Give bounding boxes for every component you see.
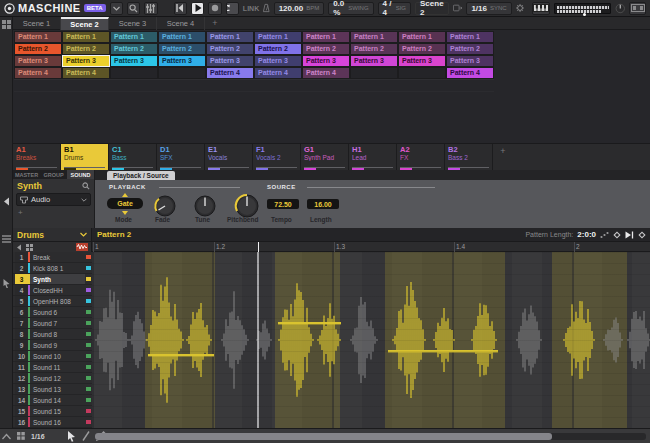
editor-group-selector[interactable]: Drums (13, 228, 92, 241)
signature-value[interactable]: 4 / 4 (383, 0, 393, 17)
sound-name[interactable]: OpenHH 808 (30, 296, 85, 306)
pattern-cell[interactable]: Pattern 3 (254, 55, 302, 67)
step-dots-icon[interactable] (600, 231, 609, 239)
sound-name[interactable]: Sound 7 (30, 318, 85, 328)
pattern-cell[interactable]: Pattern 2 (206, 43, 254, 55)
sound-name[interactable]: Sound 15 (30, 406, 85, 416)
pattern-cell[interactable]: Pattern 1 (350, 31, 398, 43)
pattern-cell[interactable]: Pattern 1 (398, 31, 446, 43)
group-cell[interactable]: F1Vocals 2 (253, 144, 301, 171)
sound-number[interactable]: 8 (15, 329, 28, 339)
pattern-cell[interactable] (398, 67, 446, 79)
group-cell[interactable]: C1Bass (109, 144, 157, 171)
scene-tab[interactable]: Scene 3 (109, 17, 157, 30)
pattern-cell[interactable]: Pattern 2 (398, 43, 446, 55)
sound-row[interactable]: 7Sound 7 (13, 318, 92, 329)
pattern-cell[interactable]: Pattern 3 (398, 55, 446, 67)
sound-name[interactable]: Sound 6 (30, 307, 85, 317)
diamond-icon[interactable] (638, 231, 646, 239)
pattern-cell[interactable]: Pattern 2 (158, 43, 206, 55)
cursor-tool-icon[interactable] (67, 431, 76, 442)
group-cell[interactable]: H1Lead (349, 144, 397, 171)
pattern-cell[interactable] (110, 67, 158, 79)
follow-playhead-icon[interactable] (625, 231, 634, 239)
pattern-list-icon[interactable] (2, 235, 11, 243)
sound-name[interactable]: Sound 16 (30, 417, 85, 427)
sample-waveform-icon[interactable] (76, 243, 88, 251)
sound-row[interactable]: 9Sound 9 (13, 340, 92, 351)
sound-row[interactable]: 6Sound 6 (13, 307, 92, 318)
loop-button[interactable] (226, 2, 239, 15)
level-tab-group[interactable]: GROUP (40, 170, 67, 179)
pattern-cell[interactable]: Pattern 1 (110, 31, 158, 43)
scene-tab[interactable]: Scene 2 (61, 17, 109, 30)
sound-name[interactable]: Kick 808 1 (30, 263, 85, 273)
group-cell[interactable]: A2FX (397, 144, 445, 171)
sound-row[interactable]: 5OpenHH 808 (13, 296, 92, 307)
sound-number[interactable]: 7 (15, 318, 28, 328)
sound-row[interactable]: 3Synth (13, 274, 92, 285)
pattern-cell[interactable]: Pattern 1 (62, 31, 110, 43)
expand-up-icon[interactable] (2, 433, 11, 440)
pattern-cell[interactable]: Pattern 3 (302, 55, 350, 67)
pattern-cell[interactable]: Pattern 1 (158, 31, 206, 43)
add-plugin-button[interactable]: + (13, 206, 94, 219)
pattern-cell[interactable]: Pattern 4 (62, 67, 110, 79)
pattern-cell[interactable] (158, 67, 206, 79)
settings-gear-icon[interactable] (516, 3, 524, 13)
play-button[interactable] (191, 2, 204, 15)
pattern-cell[interactable]: Pattern 2 (254, 43, 302, 55)
quantize-display[interactable]: 1/16 SYNC (466, 2, 511, 15)
group-cell[interactable]: A1Breaks (13, 144, 61, 171)
diamond-icon[interactable] (613, 231, 621, 239)
master-volume-knob[interactable] (615, 2, 626, 15)
sound-row[interactable]: 13Sound 13 (13, 384, 92, 395)
group-cell[interactable]: B2Bass 2 (445, 144, 493, 171)
scene-tab[interactable]: Scene 1 (13, 17, 61, 30)
pattern-cell[interactable]: Pattern 3 (158, 55, 206, 67)
scene-display-value[interactable]: Scene 2 (420, 0, 444, 17)
pattern-length-value[interactable]: 2:0:0 (577, 230, 596, 239)
sound-row[interactable]: 12Sound 12 (13, 373, 92, 384)
sound-number[interactable]: 9 (15, 340, 28, 350)
pattern-cell[interactable]: Pattern 3 (14, 55, 62, 67)
swing-value[interactable]: 0.0 % (333, 0, 345, 17)
pattern-cell[interactable]: Pattern 1 (14, 31, 62, 43)
scrollbar-handle[interactable] (95, 433, 552, 440)
sound-number[interactable]: 1 (15, 252, 28, 262)
back-arrow-icon[interactable] (16, 244, 22, 251)
mode-up-arrow[interactable] (122, 193, 128, 197)
sound-number[interactable]: 6 (15, 307, 28, 317)
level-tab-master[interactable]: MASTER (13, 170, 40, 179)
mixer-button[interactable] (144, 2, 157, 15)
sound-number[interactable]: 3 (15, 274, 28, 284)
pattern-cell[interactable]: Pattern 3 (206, 55, 254, 67)
link-toggle[interactable]: LINK (243, 5, 259, 12)
grid-division-value[interactable]: 1/16 (31, 433, 45, 440)
mode-selector[interactable]: Gate (107, 198, 143, 209)
metronome-icon[interactable] (263, 3, 269, 13)
pattern-cell[interactable]: Pattern 4 (14, 67, 62, 79)
pattern-cell[interactable]: Pattern 4 (302, 67, 350, 79)
engine-selector[interactable]: Audio (16, 193, 91, 206)
sound-name[interactable]: Sound 14 (30, 395, 85, 405)
sound-number[interactable]: 14 (15, 395, 28, 405)
sound-row[interactable]: 16Sound 16 (13, 417, 92, 428)
sound-number[interactable]: 10 (15, 351, 28, 361)
sound-name[interactable]: Sound 11 (30, 362, 85, 372)
sound-row[interactable]: 8Sound 8 (13, 329, 92, 340)
sound-name[interactable]: ClosedHH (30, 285, 85, 295)
pattern-cell[interactable]: Pattern 2 (110, 43, 158, 55)
sound-name[interactable]: Sound 12 (30, 373, 85, 383)
sound-name[interactable]: Sound 8 (30, 329, 85, 339)
pattern-cell[interactable]: Pattern 4 (206, 67, 254, 79)
sound-number[interactable]: 5 (15, 296, 28, 306)
pattern-cell[interactable]: Pattern 1 (254, 31, 302, 43)
sound-name[interactable]: Sound 9 (30, 340, 85, 350)
sound-row[interactable]: 14Sound 14 (13, 395, 92, 406)
sound-row[interactable]: 11Sound 11 (13, 362, 92, 373)
grid-setting-icon[interactable] (17, 432, 25, 440)
pattern-cell[interactable]: Pattern 1 (206, 31, 254, 43)
pattern-cell[interactable]: Pattern 2 (14, 43, 62, 55)
swing-display[interactable]: 0.0 % SWING (328, 2, 373, 15)
